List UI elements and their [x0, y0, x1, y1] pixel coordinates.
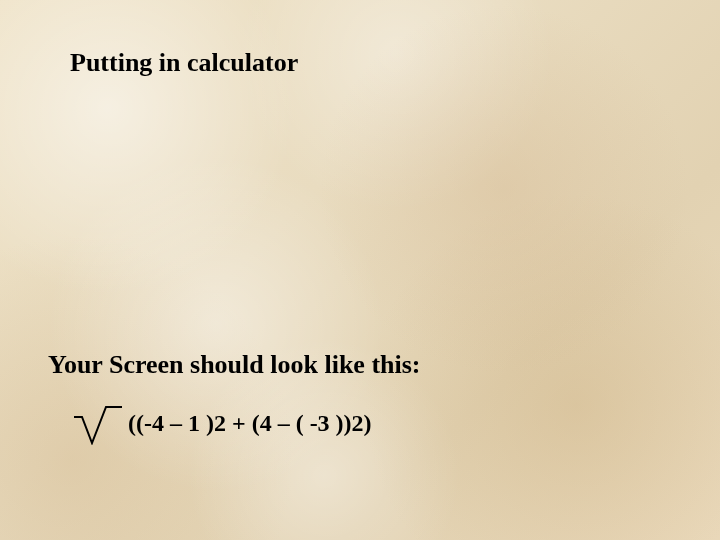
formula-text: ((-4 – 1 )2 + (4 – ( -3 ))2): [128, 405, 372, 438]
square-root-icon: [72, 405, 122, 449]
slide-title: Putting in calculator: [70, 48, 298, 78]
screen-instruction: Your Screen should look like this:: [48, 350, 421, 380]
formula-row: ((-4 – 1 )2 + (4 – ( -3 ))2): [72, 405, 372, 449]
